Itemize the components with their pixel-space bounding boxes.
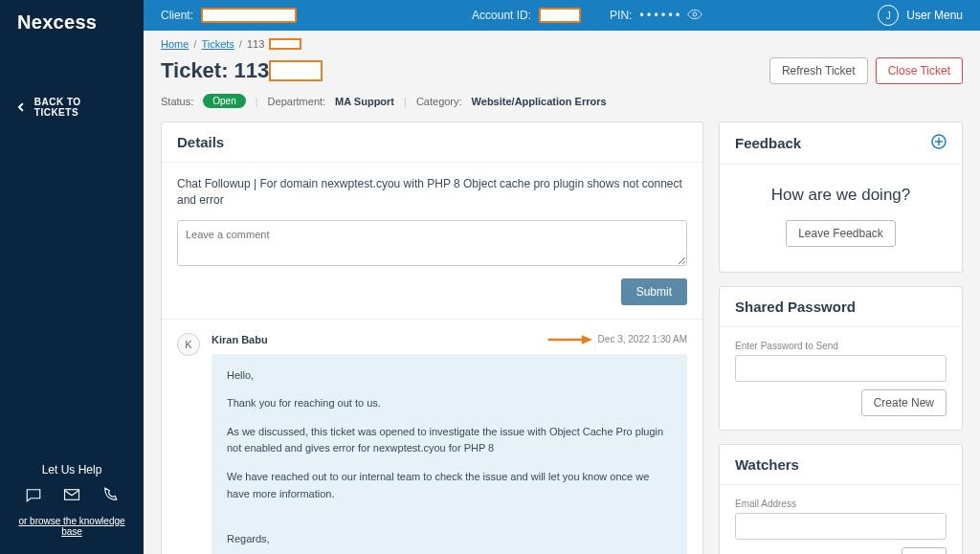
brand-logo: Nexcess — [0, 0, 144, 45]
account-id-redacted — [539, 8, 581, 23]
comment-input[interactable] — [177, 220, 687, 266]
status-badge: Open — [203, 94, 245, 108]
client-value-redacted — [201, 8, 297, 23]
details-card: Details Chat Followup | For domain nexwp… — [161, 122, 703, 554]
topbar: Client: Account ID: PIN: • • • • • • J U… — [144, 0, 980, 31]
plus-icon[interactable] — [931, 134, 947, 152]
svg-marker-3 — [581, 335, 591, 344]
phone-icon[interactable] — [101, 486, 119, 506]
shared-password-heading: Shared Password — [735, 299, 856, 315]
knowledge-base-link[interactable]: or browse the knowledge base — [17, 516, 126, 537]
reply-author: Kiran Babu — [212, 334, 268, 345]
ticket-meta: Status: Open | Department: MA Support | … — [161, 94, 963, 108]
create-new-password-button[interactable]: Create New — [861, 389, 947, 416]
back-to-tickets-link[interactable]: BACK TO TICKETS — [0, 83, 144, 131]
password-input[interactable] — [735, 355, 947, 382]
department-label: Department: — [268, 96, 326, 107]
breadcrumb-current-redacted — [269, 38, 301, 50]
chat-icon[interactable] — [25, 486, 42, 506]
client-label: Client: — [161, 9, 193, 22]
watchers-heading: Watchers — [735, 456, 799, 473]
department-value: MA Support — [335, 96, 394, 107]
svg-point-1 — [693, 12, 697, 16]
pin-value: • • • • • • — [639, 9, 679, 22]
svg-rect-0 — [65, 490, 79, 500]
help-title: Let Us Help — [17, 463, 126, 476]
watchers-card: Watchers Email Address Add — [719, 444, 963, 554]
reveal-pin-icon[interactable] — [687, 9, 702, 23]
help-section: Let Us Help or browse the knowledge base — [0, 450, 144, 554]
reply-message: Hello, Thank you for reaching out to us.… — [212, 354, 687, 554]
user-avatar-icon: J — [878, 5, 899, 26]
feedback-question: How are we doing? — [735, 186, 947, 205]
refresh-ticket-button[interactable]: Refresh Ticket — [769, 57, 868, 84]
ticket-summary: Chat Followup | For domain nexwptest.cyo… — [177, 176, 687, 209]
chevron-left-icon — [17, 102, 27, 112]
feedback-heading: Feedback — [735, 135, 801, 151]
reply-date: Dec 3, 2022 1:30 AM — [598, 334, 687, 344]
user-menu-label: User Menu — [906, 9, 963, 22]
user-menu[interactable]: J User Menu — [878, 5, 963, 26]
add-watcher-button[interactable]: Add — [902, 547, 947, 554]
back-label: BACK TO TICKETS — [34, 97, 126, 118]
status-label: Status: — [161, 96, 193, 107]
ticket-reply: K Kiran Babu Dec 3, 2022 1:30 AM — [162, 319, 702, 554]
watcher-email-label: Email Address — [735, 499, 947, 509]
category-value: Website/Application Errors — [472, 96, 607, 107]
page-title: Ticket: 113 — [161, 58, 323, 83]
leave-feedback-button[interactable]: Leave Feedback — [786, 220, 896, 247]
breadcrumb-tickets[interactable]: Tickets — [201, 38, 234, 50]
watcher-email-input[interactable] — [735, 513, 947, 540]
breadcrumb-current: 113 — [247, 38, 264, 50]
account-id-label: Account ID: — [472, 9, 531, 22]
sidebar: Nexcess BACK TO TICKETS Let Us Help or b… — [0, 0, 144, 554]
breadcrumb: Home / Tickets / 113 — [161, 38, 963, 50]
submit-button[interactable]: Submit — [621, 278, 687, 305]
shared-password-card: Shared Password Enter Password to Send C… — [719, 286, 963, 431]
ticket-id-redacted — [269, 60, 323, 81]
close-ticket-button[interactable]: Close Ticket — [876, 57, 963, 84]
details-heading: Details — [177, 134, 224, 150]
breadcrumb-home[interactable]: Home — [161, 38, 189, 50]
feedback-card: Feedback How are we doing? Leave Feedbac… — [719, 122, 963, 273]
category-label: Category: — [416, 96, 462, 107]
pin-label: PIN: — [610, 9, 632, 22]
author-avatar: K — [177, 333, 200, 356]
email-icon[interactable] — [63, 486, 80, 506]
password-label: Enter Password to Send — [735, 341, 947, 351]
arrow-callout-icon — [546, 333, 592, 346]
